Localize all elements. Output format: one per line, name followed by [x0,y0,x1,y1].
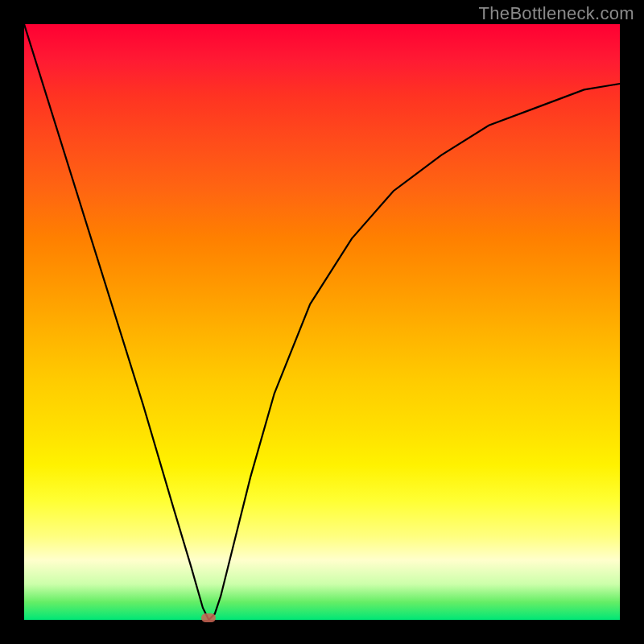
watermark-text: TheBottleneck.com [479,3,634,24]
plot-area [24,24,620,620]
optimal-point-marker [201,613,216,622]
chart-frame: TheBottleneck.com [0,0,644,644]
bottleneck-curve [24,24,620,620]
